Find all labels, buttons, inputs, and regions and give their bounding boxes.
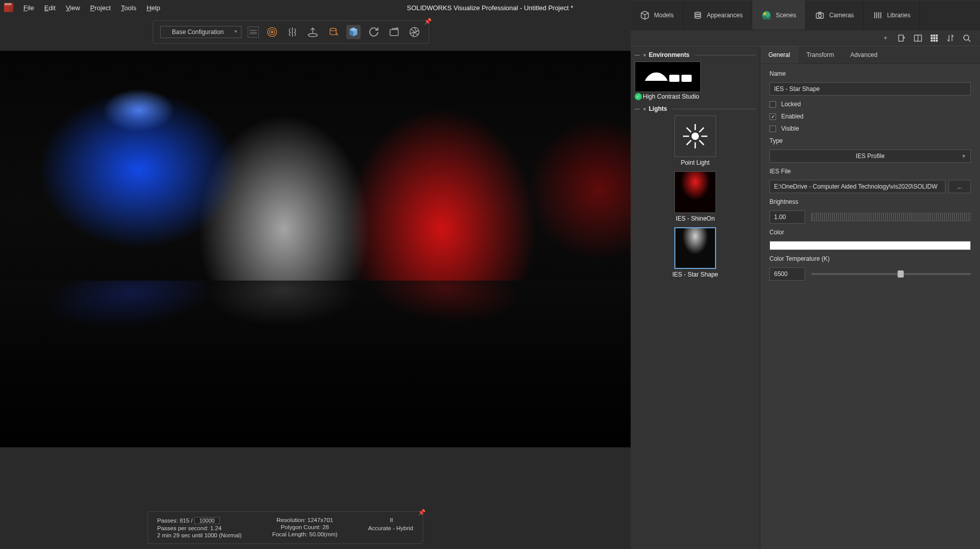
- svg-point-4: [330, 28, 336, 31]
- svg-rect-20: [936, 35, 938, 37]
- brain-split-icon[interactable]: [285, 25, 300, 39]
- svg-rect-29: [681, 75, 692, 82]
- tab-cameras[interactable]: Cameras: [806, 1, 864, 29]
- library-icon: [873, 10, 883, 20]
- svg-rect-25: [933, 40, 935, 42]
- svg-point-30: [692, 133, 698, 139]
- window-title: SOLIDWORKS Visualize Professional - Unti…: [407, 4, 573, 12]
- enabled-checkbox[interactable]: [769, 113, 776, 120]
- passes-row: Passes: 815 /: [157, 517, 242, 524]
- properties-pane: General Transform Advanced Name Locked E…: [760, 46, 980, 549]
- target-icon[interactable]: [265, 25, 279, 39]
- iesfile-input[interactable]: [769, 180, 945, 193]
- sort-icon[interactable]: [946, 34, 955, 42]
- svg-rect-18: [931, 35, 933, 37]
- cube-shaded-icon[interactable]: [346, 25, 361, 39]
- focal-length-text: Focal Length: 50.00(mm): [272, 531, 337, 537]
- light-item-shineon[interactable]: IES - ShineOn: [635, 171, 756, 222]
- color-swatch[interactable]: [769, 241, 971, 250]
- svg-rect-24: [931, 40, 933, 42]
- pin-icon[interactable]: 📌: [418, 509, 426, 516]
- polygon-count-text: Polygon Count: 28: [281, 524, 329, 530]
- name-label: Name: [769, 70, 971, 77]
- app-icon: [4, 3, 13, 12]
- menu-view[interactable]: View: [66, 4, 80, 12]
- svg-rect-28: [669, 75, 679, 82]
- color-label: Color: [769, 229, 971, 236]
- properties-tabstrip: General Transform Advanced: [760, 46, 980, 64]
- iesfile-label: IES File: [769, 168, 971, 175]
- add-icon[interactable]: ＋: [881, 34, 889, 42]
- check-icon: ✓: [635, 93, 642, 100]
- menu-project[interactable]: Project: [90, 4, 110, 12]
- viewport-floor: [0, 281, 631, 447]
- svg-point-10: [695, 16, 701, 18]
- svg-rect-26: [936, 40, 938, 42]
- tab-appearances[interactable]: Appearances: [684, 1, 753, 29]
- svg-point-12: [764, 12, 766, 15]
- light-item-starshape[interactable]: IES - Star Shape: [635, 227, 756, 278]
- pause-icon[interactable]: ⏸: [389, 517, 393, 523]
- visible-checkbox[interactable]: [769, 126, 776, 132]
- export-icon[interactable]: [898, 34, 906, 42]
- svg-point-3: [308, 34, 317, 37]
- environment-label: ✓ High Contrast Studio: [635, 93, 756, 100]
- svg-rect-15: [899, 35, 903, 41]
- tab-models[interactable]: Models: [631, 1, 684, 29]
- cylinder-rotate-icon[interactable]: [326, 25, 340, 39]
- colortemp-label: Color Temperature (K): [769, 255, 971, 262]
- lights-section-header[interactable]: Lights: [635, 105, 756, 112]
- brightness-input[interactable]: [769, 210, 805, 224]
- svg-rect-23: [936, 37, 938, 39]
- name-input[interactable]: [769, 82, 971, 96]
- slider-thumb[interactable]: [898, 270, 904, 278]
- colortemp-slider[interactable]: [811, 273, 971, 275]
- cube-icon: [640, 10, 650, 20]
- pin-icon[interactable]: 📌: [424, 18, 432, 25]
- menu-tools[interactable]: Tools: [121, 4, 136, 12]
- svg-point-2: [272, 32, 273, 33]
- main-toolbar: Base Configuration 📌: [153, 20, 429, 44]
- tab-advanced[interactable]: Advanced: [842, 46, 885, 64]
- scene-tree-pane: Environments ✓ High Contrast Studio Ligh…: [631, 46, 760, 549]
- render-eta: 2 min 29 sec until 1000 (Normal): [157, 532, 242, 538]
- right-panel: Models Appearances Scenes Cameras Librar…: [631, 0, 980, 549]
- browse-button[interactable]: ...: [948, 180, 971, 193]
- aperture-icon[interactable]: [407, 25, 422, 39]
- svg-point-6: [397, 28, 398, 29]
- menu-file[interactable]: File: [23, 4, 34, 12]
- svg-rect-5: [390, 29, 398, 36]
- light-item-point[interactable]: Point Light: [635, 115, 756, 166]
- grid-icon[interactable]: [930, 34, 938, 42]
- svg-rect-22: [933, 37, 935, 39]
- configuration-dropdown[interactable]: Base Configuration: [160, 26, 242, 38]
- platform-icon[interactable]: [306, 25, 320, 39]
- passes-per-second: Passes per second: 1.24: [157, 525, 242, 531]
- menu-edit[interactable]: Edit: [44, 4, 55, 12]
- single-pane-icon[interactable]: [914, 34, 922, 42]
- panel-split: Environments ✓ High Contrast Studio Ligh…: [631, 46, 980, 549]
- tab-general[interactable]: General: [760, 46, 798, 64]
- panel-icon-row: ＋: [631, 30, 980, 46]
- render-viewport[interactable]: [0, 51, 631, 447]
- configuration-list-icon[interactable]: [248, 26, 259, 38]
- brightness-slider[interactable]: [811, 213, 971, 221]
- type-label: Type: [769, 137, 971, 144]
- passes-total-input[interactable]: [194, 517, 220, 524]
- type-dropdown[interactable]: IES Profile: [769, 149, 971, 163]
- environments-section-header[interactable]: Environments: [635, 51, 756, 58]
- tab-libraries[interactable]: Libraries: [864, 1, 920, 29]
- tab-transform[interactable]: Transform: [798, 46, 842, 64]
- menu-help[interactable]: Help: [146, 4, 160, 12]
- refresh-icon[interactable]: [367, 25, 381, 39]
- tab-scenes[interactable]: Scenes: [752, 1, 806, 29]
- locked-checkbox[interactable]: [769, 101, 776, 108]
- menu-bar: File Edit View Project Tools Help: [23, 4, 160, 12]
- search-icon[interactable]: [963, 34, 971, 42]
- brightness-label: Brightness: [769, 198, 971, 205]
- main-tabstrip: Models Appearances Scenes Cameras Librar…: [631, 1, 980, 30]
- snapshot-icon[interactable]: [387, 25, 401, 39]
- environment-thumbnail[interactable]: [635, 62, 701, 92]
- camera-icon: [815, 10, 825, 20]
- colortemp-input[interactable]: [769, 267, 805, 281]
